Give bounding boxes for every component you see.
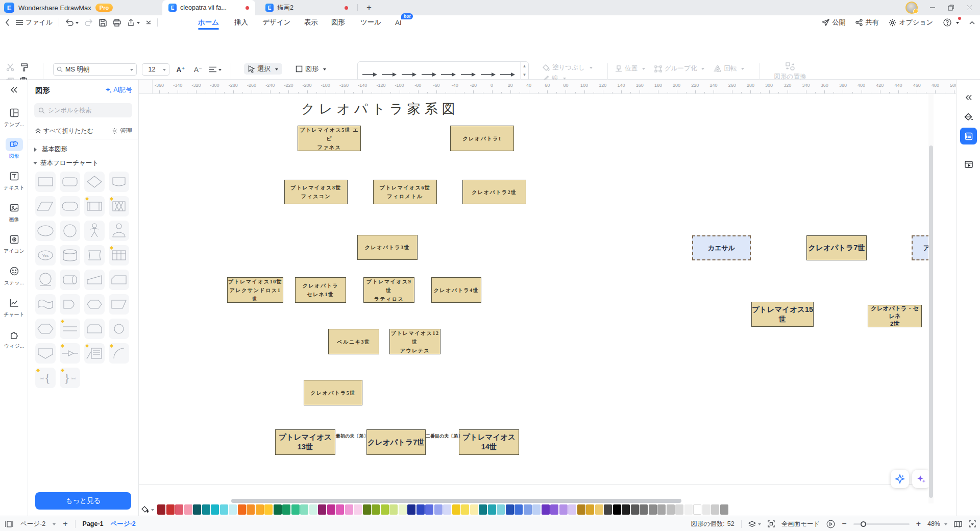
color-swatch[interactable] (220, 504, 228, 515)
collapse-ribbon-icon[interactable] (969, 21, 975, 25)
diagram-node[interactable]: クレオパトラ7世 (806, 235, 867, 260)
page-tab-2[interactable]: ページ-2 (111, 520, 136, 528)
ai-assistant-button[interactable] (912, 470, 928, 488)
file-menu[interactable]: ファイル (16, 18, 53, 27)
shape-display[interactable] (109, 172, 129, 192)
color-swatch[interactable] (559, 504, 568, 515)
section-basic-flowchart[interactable]: 基本フローチャート (33, 159, 99, 167)
diagram-node[interactable]: クレオパトラ3世 (357, 235, 418, 260)
color-swatch[interactable] (389, 504, 398, 515)
help-button[interactable] (943, 18, 959, 27)
diagram-node[interactable]: ベルニキ3世 (328, 329, 379, 354)
diagram-node[interactable]: プトレマイオス5世 エピ ファネス (298, 126, 361, 151)
menu-ツール[interactable]: ツール (358, 15, 383, 30)
back-icon[interactable] (5, 19, 10, 26)
shape-cylinder[interactable] (60, 245, 80, 266)
zoom-level[interactable]: 48% (927, 520, 947, 527)
redo-icon[interactable] (85, 19, 93, 26)
pan-navigator-icon[interactable] (954, 521, 962, 527)
zoom-out-button[interactable]: − (842, 519, 846, 528)
color-swatch[interactable] (488, 504, 496, 515)
cut-icon[interactable] (6, 63, 14, 71)
shape-hexagon[interactable] (35, 319, 56, 339)
color-swatch[interactable] (264, 504, 273, 515)
color-swatch[interactable] (470, 504, 478, 515)
document-tab[interactable]: Ecleopatra vii fa... (162, 0, 255, 15)
layers-icon[interactable] (748, 521, 761, 527)
export-icon[interactable] (127, 19, 140, 27)
shape-pentagon-down[interactable] (35, 343, 56, 364)
color-swatch[interactable] (256, 504, 264, 515)
connector-style-option[interactable] (481, 72, 496, 77)
color-swatch[interactable] (604, 504, 612, 515)
fullscreen-icon[interactable] (768, 520, 775, 527)
diagram-node[interactable]: アン (912, 235, 928, 260)
color-swatch[interactable] (684, 504, 693, 515)
shape-internal-storage[interactable] (109, 196, 129, 216)
shape-ellipse[interactable] (35, 221, 56, 241)
color-swatch[interactable] (282, 504, 290, 515)
diagram-node[interactable]: プトレマイオス13世 (275, 429, 335, 455)
options-button[interactable]: オプション (889, 18, 933, 27)
connector-style-option[interactable] (441, 72, 456, 77)
menu-ホーム[interactable]: ホーム (196, 15, 221, 30)
color-swatch[interactable] (595, 504, 603, 515)
outline-panel-icon[interactable] (960, 128, 977, 144)
shape-double-line[interactable] (60, 319, 80, 339)
color-swatch[interactable] (157, 504, 165, 515)
color-swatch[interactable] (318, 504, 326, 515)
shape-right-brace[interactable]: }text (60, 368, 80, 388)
play-presentation-icon[interactable] (826, 520, 835, 528)
manage-button[interactable]: 管理 (111, 127, 132, 135)
restore-button[interactable] (943, 0, 959, 15)
diagram-node[interactable]: プトレマイオス10世 アレクサンドロス1世 (227, 277, 283, 303)
shape-diamond[interactable] (84, 172, 105, 192)
select-tool[interactable]: 選択 (244, 63, 282, 75)
position-button[interactable]: 位置 (615, 64, 645, 73)
color-swatch[interactable] (550, 504, 558, 515)
annotation-text[interactable]: 二番目の夫〔弟〕 (426, 433, 462, 440)
symbol-search-input[interactable]: シンボルを検索 (34, 103, 132, 117)
drawing-canvas[interactable]: クレオパトラ家系図 プトレマイオス5世 エピ ファネスクレオパトラIプトレマイオ… (139, 94, 928, 516)
see-more-button[interactable]: もっと見る (35, 492, 131, 510)
publish-button[interactable]: 公開 (822, 18, 845, 27)
ai-symbols-link[interactable]: AI記号 (105, 86, 132, 94)
menu-AI[interactable]: AIhot (393, 15, 404, 30)
diagram-node[interactable]: カエサル (692, 235, 751, 260)
color-swatch[interactable] (309, 504, 317, 515)
color-swatch[interactable] (675, 504, 683, 515)
color-swatch[interactable] (649, 504, 657, 515)
shape-parallelogram[interactable] (35, 196, 56, 216)
color-swatch[interactable] (443, 504, 451, 515)
color-swatch[interactable] (577, 504, 585, 515)
color-swatch[interactable] (193, 504, 201, 515)
color-swatch[interactable] (497, 504, 505, 515)
shape-small-circle[interactable] (109, 319, 129, 339)
collapse-panel-button[interactable] (3, 87, 25, 93)
color-swatch[interactable] (425, 504, 433, 515)
color-swatch[interactable] (452, 504, 460, 515)
diagram-node[interactable]: クレオパトラ セレネ1世 (295, 277, 346, 303)
color-swatch[interactable] (229, 504, 237, 515)
diagram-node[interactable]: クレオパトラ・セレネ 2世 (868, 305, 922, 327)
diagram-node[interactable]: クレオパトラ7世 (366, 429, 426, 455)
color-swatch[interactable] (613, 504, 621, 515)
sidebar-item-stickers[interactable]: ステッ... (3, 264, 25, 286)
font-family-select[interactable]: MS 明朝 (53, 63, 137, 76)
color-swatch[interactable] (586, 504, 594, 515)
color-swatch[interactable] (693, 504, 701, 515)
zoom-in-button[interactable]: + (916, 519, 921, 528)
sidebar-item-widgets[interactable]: ウィジ... (3, 328, 25, 350)
align-icon[interactable] (209, 66, 222, 73)
color-swatch[interactable] (363, 504, 371, 515)
diagram-node[interactable]: プトレマイオス12世 アウレテス (389, 329, 440, 354)
sidebar-item-templates[interactable]: テンプ... (3, 106, 25, 128)
print-icon[interactable] (113, 19, 121, 27)
section-basic-shapes[interactable]: 基本図形 (33, 145, 67, 154)
color-swatch[interactable] (720, 504, 728, 515)
zoom-slider[interactable] (853, 523, 910, 525)
color-swatch[interactable] (640, 504, 648, 515)
color-swatch[interactable] (542, 504, 550, 515)
diagram-node[interactable]: クレオパトラ2世 (462, 180, 526, 204)
color-swatch[interactable] (434, 504, 443, 515)
